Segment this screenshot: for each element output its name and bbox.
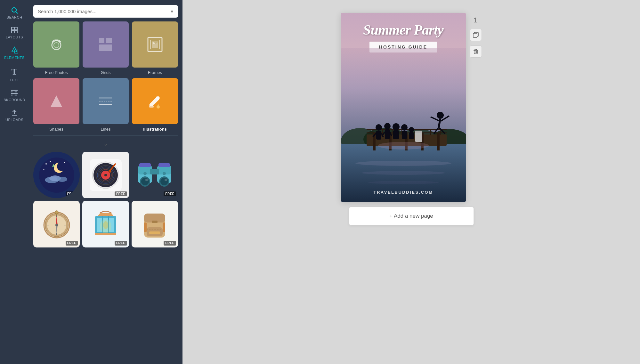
svg-point-60 xyxy=(145,179,148,181)
svg-point-29 xyxy=(157,105,160,109)
sidebar-item-label: TEXT xyxy=(10,78,19,82)
category-lines[interactable]: Lines xyxy=(83,78,129,132)
add-page-button[interactable]: + Add a new page xyxy=(349,207,474,225)
svg-point-38 xyxy=(50,161,51,162)
svg-point-66 xyxy=(143,172,147,175)
svg-point-137 xyxy=(437,112,444,119)
free-badge-lantern: FREE xyxy=(115,241,127,246)
design-card[interactable]: Summer Party HOSTING GUIDE xyxy=(341,13,466,202)
svg-rect-28 xyxy=(149,106,154,108)
category-grids[interactable]: Grids xyxy=(83,21,129,75)
svg-point-36 xyxy=(57,162,66,171)
svg-point-78 xyxy=(55,211,58,214)
sidebar-item-elements[interactable]: ELEMENTS xyxy=(2,43,27,63)
illustration-backpack[interactable]: FREE xyxy=(132,201,178,247)
svg-point-62 xyxy=(160,178,168,185)
svg-rect-146 xyxy=(473,33,477,37)
sidebar-item-search[interactable]: SEARCH xyxy=(2,3,27,22)
category-label-free-photos: Free Photos xyxy=(45,70,68,75)
category-shapes[interactable]: Shapes xyxy=(33,78,79,132)
illustration-compass[interactable]: FREE xyxy=(33,201,80,247)
illustration-binoculars[interactable]: FREE xyxy=(132,152,178,198)
grids-thumb xyxy=(83,21,129,68)
svg-rect-94 xyxy=(144,222,147,232)
svg-point-37 xyxy=(45,163,47,165)
svg-rect-147 xyxy=(474,50,477,54)
svg-rect-136 xyxy=(409,132,414,139)
sidebar-item-label: SEARCH xyxy=(7,15,22,19)
text-icon: T xyxy=(11,67,17,77)
svg-point-105 xyxy=(362,171,445,175)
svg-rect-95 xyxy=(163,222,165,232)
elements-icon xyxy=(10,46,19,54)
svg-rect-134 xyxy=(402,131,407,139)
svg-rect-2 xyxy=(12,27,14,30)
sidebar-item-text[interactable]: T TEXT xyxy=(2,63,27,85)
search-bar-container: ▼ xyxy=(29,0,182,21)
search-icon xyxy=(11,6,18,14)
free-badge-vinyl: FREE xyxy=(115,191,127,196)
svg-rect-93 xyxy=(152,221,158,223)
canvas-area: Summer Party HOSTING GUIDE xyxy=(182,0,640,364)
sidebar-item-label: ELEMENTS xyxy=(4,56,24,60)
sidebar-item-label: BKGROUND xyxy=(4,98,25,102)
elements-panel: ▼ Free Photos xyxy=(29,0,182,364)
category-free-photos[interactable]: Free Photos xyxy=(33,21,79,75)
sidebar-item-background[interactable]: BKGROUND xyxy=(2,86,27,105)
category-label-lines: Lines xyxy=(101,127,110,132)
svg-point-59 xyxy=(141,178,149,185)
svg-point-31 xyxy=(39,158,74,193)
sidebar-item-layouts[interactable]: LAYOUTS xyxy=(2,23,27,42)
svg-point-0 xyxy=(12,8,16,12)
svg-point-135 xyxy=(409,127,414,132)
svg-point-77 xyxy=(55,224,58,226)
svg-point-131 xyxy=(393,123,400,130)
category-label-grids: Grids xyxy=(101,70,110,75)
svg-point-106 xyxy=(368,181,439,184)
free-badge-moon: FREE xyxy=(66,191,78,196)
illustration-vinyl[interactable]: FREE xyxy=(82,152,129,198)
categories-grid: Free Photos Grids xyxy=(29,21,182,135)
svg-point-39 xyxy=(43,169,44,170)
background-icon xyxy=(11,89,18,97)
sidebar-item-label: LAYOUTS xyxy=(6,35,23,39)
search-input[interactable] xyxy=(33,5,178,18)
svg-rect-97 xyxy=(149,231,160,234)
sidebar-item-label: UPLOADS xyxy=(5,118,23,122)
category-illustrations[interactable]: Illustrations xyxy=(132,78,178,132)
svg-rect-16 xyxy=(99,38,104,43)
page-number: 1 xyxy=(474,16,477,24)
duplicate-page-button[interactable] xyxy=(470,29,482,41)
uploads-icon xyxy=(11,109,18,117)
svg-rect-65 xyxy=(158,163,170,167)
category-label-frames: Frames xyxy=(148,70,162,75)
free-badge-backpack: FREE xyxy=(164,241,176,246)
free-photos-thumb xyxy=(33,21,79,68)
svg-rect-144 xyxy=(415,131,422,133)
search-input-wrapper: ▼ xyxy=(33,5,178,18)
svg-point-40 xyxy=(64,162,65,163)
category-frames[interactable]: Frames xyxy=(132,21,178,75)
illustrations-thumb xyxy=(132,78,178,124)
svg-point-67 xyxy=(163,172,166,175)
design-title: Summer Party xyxy=(363,22,443,38)
delete-page-button[interactable] xyxy=(470,45,482,58)
illustrations-grid: FREE xyxy=(29,150,182,364)
panel-divider xyxy=(33,135,178,136)
scroll-chevron-icon: ⌄ xyxy=(103,140,108,147)
svg-rect-64 xyxy=(139,163,151,167)
category-label-illustrations: Illustrations xyxy=(143,127,167,132)
illustration-moon[interactable]: FREE xyxy=(33,152,80,198)
svg-marker-80 xyxy=(98,213,114,216)
svg-rect-17 xyxy=(106,38,112,43)
page-controls: 1 xyxy=(470,13,482,58)
free-badge-binoculars: FREE xyxy=(164,191,176,196)
illustration-lantern[interactable]: FREE xyxy=(82,201,129,247)
sidebar-item-uploads[interactable]: UPLOADS xyxy=(2,106,27,125)
svg-point-14 xyxy=(54,43,59,48)
lines-thumb xyxy=(83,78,129,124)
layouts-icon xyxy=(11,26,18,34)
svg-rect-132 xyxy=(393,130,399,139)
svg-point-27 xyxy=(156,96,160,100)
svg-rect-3 xyxy=(15,27,17,30)
